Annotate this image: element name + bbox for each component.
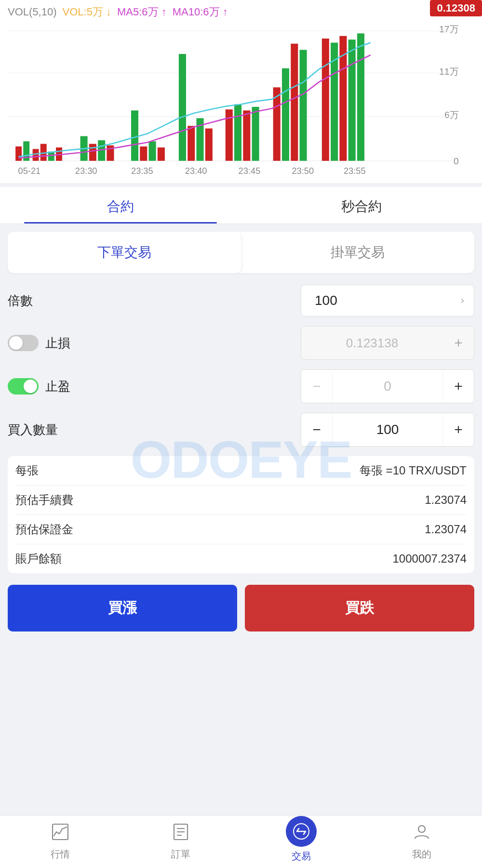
market-label: 行情 bbox=[51, 848, 70, 861]
est-fee-key: 預估手續費 bbox=[15, 492, 73, 508]
stop-profit-label: 止盈 bbox=[45, 378, 70, 395]
stop-profit-label-group: 止盈 bbox=[8, 378, 70, 395]
buy-rise-button[interactable]: 買漲 bbox=[8, 585, 237, 631]
svg-text:23:45: 23:45 bbox=[239, 166, 261, 176]
stop-loss-input-group: 0.123138 + bbox=[301, 326, 474, 360]
balance-row: 賬戶餘額 1000007.2374 bbox=[15, 544, 467, 573]
svg-text:23:35: 23:35 bbox=[131, 166, 153, 176]
multiplier-label: 倍數 bbox=[8, 292, 33, 309]
main-tabs: 合約 秒合約 bbox=[0, 187, 482, 224]
svg-text:17万: 17万 bbox=[439, 24, 459, 34]
stop-loss-toggle[interactable] bbox=[8, 335, 39, 351]
svg-text:23:40: 23:40 bbox=[185, 166, 207, 176]
svg-text:05-21: 05-21 bbox=[18, 166, 41, 176]
ma5-label: VOL:5万 ↓ bbox=[63, 5, 112, 19]
svg-rect-19 bbox=[140, 146, 147, 161]
svg-text:23:50: 23:50 bbox=[292, 166, 314, 176]
balance-value: 1000007.2374 bbox=[393, 552, 467, 566]
nav-trade[interactable]: 交易 bbox=[272, 821, 330, 863]
tab-second-contract[interactable]: 秒合約 bbox=[241, 187, 482, 224]
sub-tab-place-order[interactable]: 下單交易 bbox=[8, 232, 241, 273]
ma10b-label: MA10:6万 ↑ bbox=[173, 5, 228, 19]
svg-rect-21 bbox=[158, 147, 165, 161]
vol-label: VOL(5,10) bbox=[8, 6, 57, 18]
buy-fall-button[interactable]: 買跌 bbox=[245, 585, 474, 631]
svg-rect-27 bbox=[234, 105, 241, 161]
est-margin-value: 1.23074 bbox=[425, 523, 467, 536]
orders-label: 訂單 bbox=[171, 848, 190, 861]
tab-contract[interactable]: 合約 bbox=[0, 187, 241, 224]
stop-profit-input-group: − 0 + bbox=[301, 369, 474, 403]
est-fee-value: 1.23074 bbox=[425, 493, 467, 507]
chart-legend: VOL(5,10) VOL:5万 ↓ MA5:6万 ↑ MA10:6万 ↑ bbox=[8, 5, 474, 19]
stop-profit-toggle[interactable] bbox=[8, 378, 39, 395]
stop-loss-row: 止損 0.123138 + bbox=[8, 326, 474, 360]
balance-key: 賬戶餘額 bbox=[15, 551, 62, 566]
svg-rect-15 bbox=[89, 144, 96, 161]
est-margin-row: 預估保證金 1.23074 bbox=[15, 515, 467, 544]
svg-rect-28 bbox=[243, 110, 250, 161]
per-unit-row: 每張 每張 =10 TRX/USDT bbox=[15, 456, 467, 486]
orders-icon bbox=[172, 823, 189, 845]
ma10-label: MA5:6万 ↑ bbox=[117, 5, 167, 19]
multiplier-selector[interactable]: 100 › bbox=[301, 285, 474, 316]
action-buttons: 買漲 買跌 bbox=[8, 585, 474, 631]
svg-rect-23 bbox=[187, 126, 195, 161]
est-fee-row: 預估手續費 1.23074 bbox=[15, 486, 467, 515]
svg-rect-29 bbox=[252, 107, 259, 161]
svg-rect-10 bbox=[33, 149, 39, 161]
svg-text:23:55: 23:55 bbox=[344, 166, 366, 176]
svg-rect-33 bbox=[300, 50, 307, 160]
stop-profit-add-btn[interactable]: + bbox=[443, 370, 474, 403]
buy-qty-row: 買入數量 − 100 + bbox=[8, 413, 474, 447]
sub-tab-pending-order[interactable]: 掛單交易 bbox=[241, 232, 474, 273]
svg-rect-38 bbox=[357, 33, 364, 161]
trade-label: 交易 bbox=[292, 850, 311, 863]
stop-loss-add-btn[interactable]: + bbox=[443, 327, 474, 359]
multiplier-value: 100 bbox=[315, 293, 337, 308]
buy-qty-label: 買入數量 bbox=[8, 421, 58, 438]
svg-rect-25 bbox=[205, 129, 213, 161]
svg-rect-22 bbox=[179, 54, 186, 161]
stop-loss-label: 止損 bbox=[45, 335, 70, 352]
svg-rect-20 bbox=[149, 141, 156, 161]
stop-profit-value: 0 bbox=[332, 371, 443, 402]
per-unit-key: 每張 bbox=[15, 463, 39, 478]
nav-orders[interactable]: 訂單 bbox=[152, 823, 210, 861]
market-icon bbox=[52, 823, 69, 845]
multiplier-row: 倍數 100 › bbox=[8, 285, 474, 316]
stop-profit-minus-btn[interactable]: − bbox=[301, 370, 332, 403]
stop-profit-row: 止盈 − 0 + bbox=[8, 369, 474, 403]
stop-loss-label-group: 止損 bbox=[8, 335, 70, 352]
svg-text:0: 0 bbox=[454, 156, 459, 166]
svg-text:6万: 6万 bbox=[444, 110, 459, 120]
profile-icon bbox=[413, 823, 430, 845]
buy-qty-value: 100 bbox=[332, 414, 443, 445]
svg-text:11万: 11万 bbox=[439, 66, 459, 77]
svg-rect-32 bbox=[291, 44, 298, 161]
chart-area: 17万 11万 6万 0 bbox=[8, 23, 474, 177]
profile-label: 我的 bbox=[412, 848, 431, 861]
est-margin-key: 預估保證金 bbox=[15, 522, 73, 537]
svg-point-55 bbox=[418, 826, 425, 832]
bottom-nav: 行情 訂單 交易 bbox=[0, 815, 482, 868]
price-badge: 0.12308 bbox=[430, 0, 482, 16]
chevron-right-icon: › bbox=[461, 294, 464, 307]
svg-rect-31 bbox=[282, 68, 289, 161]
svg-rect-37 bbox=[348, 39, 356, 161]
buy-qty-minus-btn[interactable]: − bbox=[301, 413, 332, 446]
buy-qty-add-btn[interactable]: + bbox=[443, 413, 474, 446]
svg-rect-34 bbox=[322, 39, 329, 161]
chart-section: 0.12308 VOL(5,10) VOL:5万 ↓ MA5:6万 ↑ MA10… bbox=[0, 0, 482, 183]
info-section: 每張 每張 =10 TRX/USDT 預估手續費 1.23074 預估保證金 1… bbox=[8, 456, 474, 573]
nav-profile[interactable]: 我的 bbox=[393, 823, 451, 861]
nav-market[interactable]: 行情 bbox=[31, 823, 89, 861]
per-unit-value: 每張 =10 TRX/USDT bbox=[360, 463, 467, 478]
svg-text:23:30: 23:30 bbox=[75, 166, 97, 176]
stop-loss-value: 0.123138 bbox=[301, 328, 443, 358]
svg-rect-18 bbox=[131, 110, 138, 161]
trade-circle bbox=[286, 816, 317, 847]
trade-section: ODOEYE 下單交易 掛單交易 倍數 100 › 止損 0.123138 + … bbox=[0, 224, 482, 694]
sub-tabs: 下單交易 掛單交易 bbox=[8, 232, 474, 273]
buy-qty-input-group: − 100 + bbox=[301, 413, 474, 447]
